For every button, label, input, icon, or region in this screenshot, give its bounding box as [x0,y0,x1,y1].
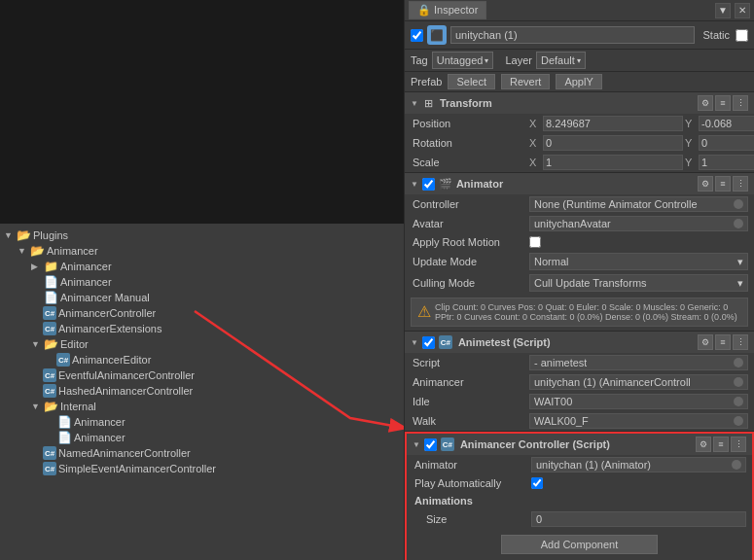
tree-item-label: AnimancerEditor [72,354,151,366]
folder-icon: 📂 [43,337,58,351]
animetest-header[interactable]: ▼ C# Animetest (Script) ⚙ ≡ ⋮ [405,332,754,353]
ac-animator-ref-btn[interactable] [732,460,741,470]
transform-menu-btn[interactable]: ≡ [715,95,731,111]
static-checkbox[interactable] [736,29,748,42]
tree-item[interactable]: C#EventfulAnimancerController [0,368,404,383]
animancer-controller-settings-btn[interactable]: ⚙ [696,437,711,452]
tab-inspector[interactable]: 🔒 Inspector [409,1,486,19]
tree-item[interactable]: C#AnimancerEditor [0,352,404,368]
tree-arrow-icon: ▼ [18,246,29,256]
animator-section: ▼ 🎬 Animator ⚙ ≡ ⋮ Controller None (Runt… [405,173,754,332]
tree-item[interactable]: ▼📂Editor [0,336,404,352]
avatar-ref-text: unitychanAvatar [534,218,611,229]
animator-warning-box: ⚠ Clip Count: 0 Curves Pos: 0 Quat: 0 Eu… [411,298,748,327]
tree-item-label: Editor [60,338,89,350]
animancer-controller-active-checkbox[interactable] [424,438,437,451]
animetest-menu-btn[interactable]: ≡ [715,334,731,350]
animator-more-btn[interactable]: ⋮ [733,176,748,192]
transform-btns: ⚙ ≡ ⋮ [698,95,748,111]
tree-item-label: HashedAnimancerController [58,385,193,397]
animancer-controller-section: ▼ C# Animancer Controller (Script) ⚙ ≡ ⋮… [405,432,754,560]
tree-item[interactable]: ▼📂Internal [0,399,404,414]
tree-item[interactable]: 📄Animancer Manual [0,290,404,305]
animator-menu-btn[interactable]: ≡ [715,176,731,192]
animancer-controller-header[interactable]: ▼ C# Animancer Controller (Script) ⚙ ≡ ⋮ [407,434,752,455]
avatar-label: Avatar [413,218,529,229]
transform-header[interactable]: ▼ ⊞ Transform ⚙ ≡ ⋮ [405,92,754,114]
tree-item[interactable]: C#AnimancerExtensions [0,321,404,336]
animetest-settings-btn[interactable]: ⚙ [698,334,713,350]
project-panel: ▼📂Plugins▼📂Animancer▶📁Animancer📄Animance… [0,224,404,560]
tab-close-btn[interactable]: ✕ [735,3,750,18]
prefab-revert-button[interactable]: Revert [501,74,550,89]
prefab-select-button[interactable]: Select [448,74,495,89]
scale-x-input[interactable] [543,155,683,170]
size-row: Size [407,509,752,529]
controller-label: Controller [413,198,529,210]
tree-item[interactable]: 📄Animancer [0,274,404,290]
tree-item[interactable]: ▶📁Animancer [0,259,404,274]
animetest-active-checkbox[interactable] [422,336,435,349]
avatar-ref-btn[interactable] [734,219,743,228]
warning-icon: ⚠ [417,302,431,322]
add-component-button[interactable]: Add Component [501,535,659,554]
tree-item[interactable]: C#HashedAnimancerController [0,383,404,399]
script-value: - animetest [529,355,748,370]
doc-icon: 📄 [43,275,58,289]
tag-value: Untagged [437,54,484,66]
animancer-controller-more-btn[interactable]: ⋮ [731,437,746,452]
idle-row: Idle WAIT00 [405,392,754,411]
script-row: Script - animetest [405,353,754,372]
animancer-prop-label: Animancer [413,376,529,388]
layer-dropdown[interactable]: Default ▾ [536,52,586,69]
prefab-row: Prefab Select Revert ApplY [405,72,754,92]
tree-item-label: Internal [60,401,96,412]
animator-active-checkbox[interactable] [422,178,435,191]
apply-root-checkbox[interactable] [529,236,541,248]
size-input[interactable] [531,511,746,527]
tree-item-label: EventfulAnimancerController [58,369,195,381]
animetest-more-btn[interactable]: ⋮ [733,334,748,350]
position-row: Position X Y Z [405,114,754,133]
animancer-prop-row: Animancer unitychan (1) (AnimancerContro… [405,372,754,392]
tree-item[interactable]: ▼📂Animancer [0,243,404,259]
tree-item[interactable]: 📄Animancer [0,430,404,445]
script-ref-text: - animetest [534,357,587,368]
tree-item[interactable]: C#SimpleEventAnimancerController [0,461,404,476]
inspector-header: ⬛ Static [405,21,754,50]
tree-item[interactable]: 📄Animancer [0,414,404,430]
tag-dropdown[interactable]: Untagged ▾ [432,52,494,69]
pos-y-input[interactable] [699,116,754,131]
animator-settings-btn[interactable]: ⚙ [698,176,713,192]
controller-ref-btn[interactable] [734,199,743,209]
transform-arrow-icon: ▼ [411,99,418,108]
folder-icon: 📂 [29,244,45,258]
animancer-ref-btn[interactable] [734,377,743,387]
tab-menu-btn[interactable]: ▼ [715,3,731,18]
update-mode-label: Update Mode [413,256,529,267]
script-icon: C# [43,322,56,335]
update-mode-dropdown[interactable]: Normal ▾ [529,253,748,270]
rot-x-input[interactable] [543,135,683,151]
tree-item[interactable]: C#NamedAnimancerController [0,445,404,461]
prefab-apply-button[interactable]: ApplY [556,74,601,89]
transform-more-btn[interactable]: ⋮ [733,95,748,111]
scale-y-input[interactable] [699,155,754,170]
idle-ref-btn[interactable] [734,397,743,406]
animancer-controller-menu-btn[interactable]: ≡ [713,437,729,452]
walk-ref-btn[interactable] [734,416,743,426]
pos-x-input[interactable] [543,116,683,131]
tree-item[interactable]: C#AnimancerController [0,305,404,321]
idle-label: Idle [413,396,529,407]
transform-settings-btn[interactable]: ⚙ [698,95,713,111]
tag-layer-row: Tag Untagged ▾ Layer Default ▾ [405,50,754,72]
script-ref-btn[interactable] [734,358,743,368]
tree-item[interactable]: ▼📂Plugins [0,228,404,243]
obj-name-input[interactable] [450,26,695,44]
culling-dropdown[interactable]: Cull Update Transforms ▾ [529,274,748,292]
obj-active-checkbox[interactable] [411,29,423,42]
rot-y-input[interactable] [699,135,754,151]
play-auto-checkbox[interactable] [531,477,543,489]
animator-header[interactable]: ▼ 🎬 Animator ⚙ ≡ ⋮ [405,173,754,194]
ac-animator-ref-text: unitychan (1) (Animator) [536,459,651,471]
